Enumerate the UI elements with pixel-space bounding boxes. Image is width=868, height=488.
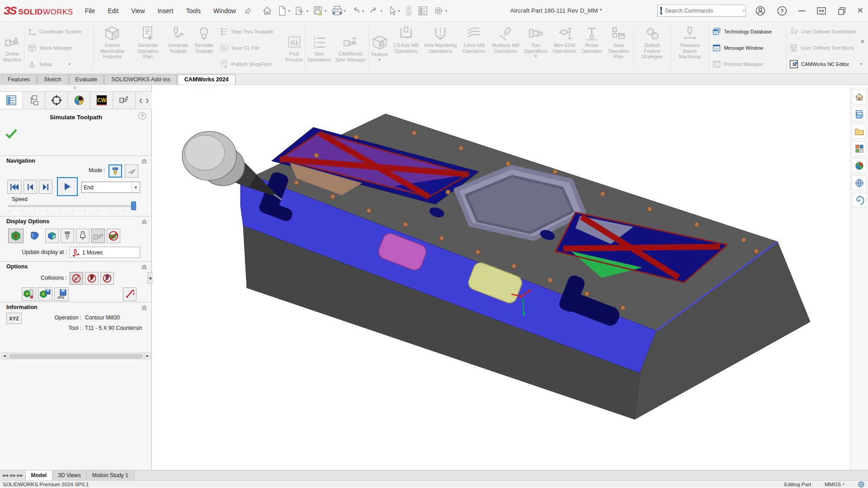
tab-camworks-2024[interactable]: CAMWorks 2024 bbox=[178, 75, 236, 84]
panel-tabs-scroll-right-icon[interactable]: ❯ bbox=[146, 98, 149, 103]
tab-features[interactable]: Features bbox=[1, 75, 37, 84]
display-machine-hide-button[interactable] bbox=[107, 229, 120, 243]
options-collapse-icon[interactable] bbox=[141, 264, 147, 270]
options-dropdown[interactable]: ▾ bbox=[445, 9, 448, 13]
play-button[interactable] bbox=[57, 177, 78, 196]
open-button[interactable]: ▾ bbox=[293, 5, 310, 17]
tab-feature-manager[interactable] bbox=[0, 92, 23, 109]
view-tab-motion-study-1[interactable]: Motion Study 1 bbox=[87, 470, 134, 480]
ribbon-publish-shopfloor[interactable]: Publish ShopFloor bbox=[220, 60, 281, 69]
save-button[interactable]: ▾ bbox=[311, 5, 328, 17]
ribbon-sort-operations[interactable]: Sort Operations bbox=[306, 23, 332, 72]
toggle-width-button[interactable] bbox=[816, 6, 826, 15]
ribbon-3-axis-mill-operations[interactable]: 3 Axis Mill Operations bbox=[459, 23, 489, 72]
position-combo[interactable]: End ▼ bbox=[81, 182, 140, 193]
ribbon-user-defined-tool-block[interactable]: User Defined Tool Block bbox=[789, 43, 864, 52]
ribbon-wire-edm-operations[interactable]: Wire EDM Operations bbox=[549, 23, 580, 72]
menu-insert[interactable]: Insert bbox=[157, 7, 173, 14]
sheet-nav-next-icon[interactable]: ▶ bbox=[13, 473, 16, 478]
ribbon-save-cl-file[interactable]: Save CL File bbox=[220, 43, 281, 52]
sheet-nav-prev-icon[interactable]: ◀ bbox=[9, 473, 12, 478]
menu-file[interactable]: File bbox=[85, 7, 95, 14]
menu-edit[interactable]: Edit bbox=[108, 7, 118, 14]
ribbon-turn-operations[interactable]: Turn Operations▼ bbox=[523, 23, 549, 72]
scroll-right-icon[interactable]: ▶ bbox=[144, 352, 151, 359]
ribbon-camworks-nc-editor[interactable]: CAMWorks NC Editor bbox=[789, 60, 864, 69]
tab-configuration-manager[interactable] bbox=[45, 92, 68, 109]
design-library-icon[interactable] bbox=[852, 107, 867, 122]
ok-check-icon[interactable] bbox=[5, 128, 18, 140]
rebuild-button[interactable] bbox=[416, 5, 429, 17]
select-button[interactable]: ▾ bbox=[386, 5, 401, 17]
menu-view[interactable]: View bbox=[131, 7, 145, 14]
panel-help-icon[interactable]: ? bbox=[138, 112, 146, 120]
menu-tools[interactable]: Tools bbox=[186, 7, 201, 14]
restore-button[interactable] bbox=[837, 6, 846, 15]
mode-tool-button[interactable] bbox=[108, 164, 122, 178]
ribbon-stock-manager[interactable]: Stock Manager bbox=[28, 43, 90, 52]
spiral-icon[interactable] bbox=[852, 192, 867, 207]
step-back-button[interactable] bbox=[24, 180, 37, 194]
ribbon-define-machine[interactable]: Define Machine bbox=[1, 23, 24, 72]
options-gear-button[interactable]: ▾ bbox=[431, 4, 449, 18]
close-button[interactable]: ✕ bbox=[857, 6, 863, 15]
search-dropdown[interactable]: ▾ bbox=[743, 9, 745, 13]
redo-button[interactable]: ▾ bbox=[368, 5, 384, 17]
ribbon-setup[interactable]: Setup▼ bbox=[28, 60, 90, 69]
panel-collapse-button[interactable]: ◀ bbox=[147, 272, 152, 284]
ribbon-coordinate-system[interactable]: Coordinate System bbox=[28, 27, 90, 36]
ribbon-extract-machinable-features[interactable]: Extract Machinable Features bbox=[94, 23, 131, 72]
file-explorer-icon[interactable] bbox=[852, 124, 867, 139]
ribbon-simulate-toolpath[interactable]: Simulate Toolpath bbox=[191, 23, 217, 72]
save-image-jpg-button[interactable]: JPG bbox=[54, 287, 69, 301]
tab-evaluate[interactable]: Evaluate bbox=[69, 75, 104, 84]
pin-menu-icon[interactable] bbox=[244, 7, 251, 14]
status-units-selector[interactable]: MMGS ▾ bbox=[825, 482, 844, 487]
ribbon-post-process[interactable]: Post Process bbox=[284, 23, 305, 72]
resources-home-icon[interactable] bbox=[852, 89, 867, 104]
view-palette-icon[interactable] bbox=[852, 141, 867, 156]
options-section-header[interactable]: Options bbox=[0, 261, 152, 270]
step-forward-button[interactable] bbox=[39, 180, 52, 194]
save-dropdown[interactable]: ▾ bbox=[325, 9, 327, 13]
panel-horizontal-scrollbar[interactable]: ◀ ▶ bbox=[0, 352, 152, 360]
panel-tabs-scroll-left-icon[interactable]: ❮ bbox=[139, 98, 142, 103]
display-machine-button[interactable] bbox=[91, 229, 105, 243]
ribbon-generate-operation-plan[interactable]: Generate Operation Plan bbox=[131, 23, 165, 72]
information-section-header[interactable]: Information bbox=[0, 302, 152, 310]
display-stock-button[interactable] bbox=[28, 229, 42, 243]
ribbon-probe-operation[interactable]: Probe Operation bbox=[580, 23, 604, 72]
collision-holder-button[interactable] bbox=[100, 272, 114, 285]
ribbon-step-thru-toolpath[interactable]: Step Thru Toolpath bbox=[220, 27, 281, 36]
undo-button[interactable]: ▾ bbox=[349, 5, 366, 17]
minimize-button[interactable]: — bbox=[798, 7, 806, 15]
feature-dropdown[interactable]: ▼ bbox=[378, 58, 382, 62]
ribbon-hole-machining-operations[interactable]: Hole Machining Operations bbox=[422, 23, 458, 72]
redo-dropdown[interactable]: ▾ bbox=[381, 9, 383, 13]
search-commands-box[interactable]: › ▾ bbox=[657, 5, 746, 17]
appearances-icon[interactable] bbox=[852, 158, 867, 173]
custom-properties-icon[interactable] bbox=[852, 175, 867, 190]
speed-slider-handle[interactable] bbox=[131, 202, 136, 210]
turn-operations-dropdown[interactable]: ▼ bbox=[534, 54, 538, 59]
display-section-view-button[interactable] bbox=[45, 229, 59, 243]
simulation-settings-button[interactable] bbox=[123, 287, 137, 301]
display-holder-button[interactable] bbox=[76, 229, 90, 243]
scrollbar-track[interactable] bbox=[8, 352, 144, 359]
ribbon-feature[interactable]: Feature▼ bbox=[370, 23, 390, 72]
mode-turbo-button[interactable] bbox=[125, 164, 138, 178]
information-collapse-icon[interactable] bbox=[141, 305, 147, 310]
open-dropdown[interactable]: ▾ bbox=[306, 9, 308, 13]
selection-filter-icon[interactable] bbox=[403, 4, 414, 18]
search-input[interactable] bbox=[665, 8, 737, 14]
ribbon-technology-database[interactable]: Technology Database bbox=[712, 27, 783, 36]
compare-save-button[interactable] bbox=[38, 287, 52, 301]
navigation-collapse-icon[interactable] bbox=[141, 159, 147, 164]
display-tool-button[interactable] bbox=[61, 229, 74, 243]
undo-dropdown[interactable]: ▾ bbox=[362, 9, 364, 13]
units-dropdown-icon[interactable]: ▾ bbox=[843, 482, 844, 486]
collision-tool-button[interactable] bbox=[85, 272, 99, 285]
ribbon-25-axis-mill-operations[interactable]: 2.5 Axis Mill Operations bbox=[390, 23, 422, 72]
ribbon-process-manager[interactable]: Process Manager bbox=[712, 60, 783, 69]
ribbon-default-feature-strategies[interactable]: Default Feature Strategies bbox=[634, 23, 670, 72]
